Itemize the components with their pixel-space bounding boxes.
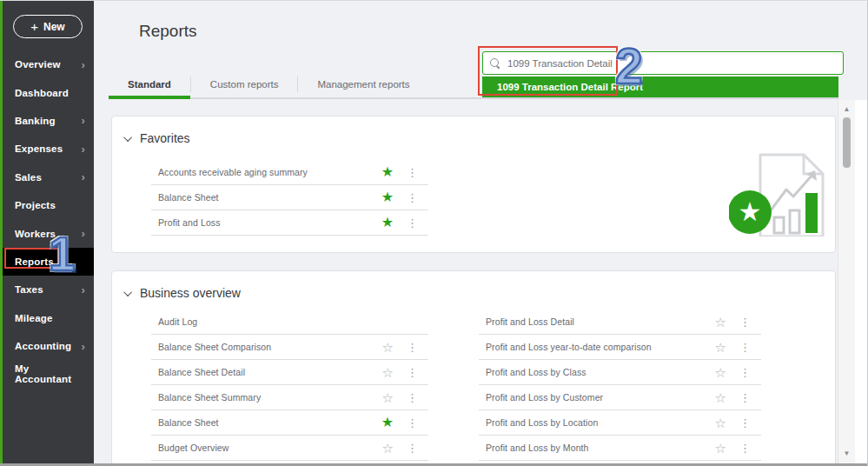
report-link[interactable]: Profit and Loss by Month xyxy=(486,443,589,453)
new-button-label: New xyxy=(43,21,65,33)
favorite-star-filled-icon[interactable]: ★ xyxy=(381,216,394,230)
sidebar-item-overview[interactable]: Overview› xyxy=(3,50,94,78)
report-link[interactable]: Profit and Loss by Location xyxy=(486,417,598,428)
row-actions: ☆⋮ xyxy=(715,442,752,455)
favorite-star-outline-icon[interactable]: ☆ xyxy=(715,391,726,404)
sidebar-item-accounting[interactable]: Accounting› xyxy=(3,332,94,360)
row-actions: ★⋮ xyxy=(381,216,420,230)
sidebar-item-taxes[interactable]: Taxes› xyxy=(3,276,94,303)
report-row: Accounts receivable aging summary★⋮ xyxy=(151,160,428,185)
scrollbar-thumb[interactable] xyxy=(843,117,851,168)
sidebar-item-banking[interactable]: Banking› xyxy=(3,107,94,135)
report-link[interactable]: Profit and Loss xyxy=(158,217,221,228)
row-menu-kebab-icon[interactable]: ⋮ xyxy=(738,443,752,454)
business-overview-section-header[interactable]: Business overview xyxy=(126,285,835,301)
favorites-section-header[interactable]: Favorites xyxy=(126,130,835,146)
report-link[interactable]: Profit and Loss by Customer xyxy=(486,392,603,403)
favorite-star-outline-icon[interactable]: ☆ xyxy=(715,416,726,429)
row-menu-kebab-icon[interactable]: ⋮ xyxy=(405,217,420,229)
reports-illustration: ★ xyxy=(729,148,835,236)
sidebar-item-workers[interactable]: Workers› xyxy=(3,219,94,247)
row-actions: ☆⋮ xyxy=(382,442,420,455)
row-actions: ★⋮ xyxy=(381,190,420,204)
new-button[interactable]: + New xyxy=(13,15,83,38)
favorites-section-title: Favorites xyxy=(140,131,190,145)
report-row: Balance Sheet★⋮ xyxy=(151,185,428,210)
sidebar-item-my-accountant[interactable]: My Accountant xyxy=(3,360,94,388)
business-overview-card: Business overview Audit LogBalance Sheet… xyxy=(111,270,836,466)
sidebar-item-sales[interactable]: Sales› xyxy=(3,163,94,191)
row-menu-kebab-icon[interactable]: ⋮ xyxy=(405,342,420,353)
chevron-down-icon xyxy=(123,288,132,296)
report-link[interactable]: Balance Sheet Comparison xyxy=(158,342,271,352)
chevron-right-icon: › xyxy=(81,59,85,70)
report-link[interactable]: Balance Sheet xyxy=(158,192,219,203)
report-link[interactable]: Balance Sheet xyxy=(158,417,219,428)
row-menu-kebab-icon[interactable]: ⋮ xyxy=(738,316,752,328)
favorite-star-filled-icon[interactable]: ★ xyxy=(381,416,394,429)
report-search-box[interactable] xyxy=(482,51,844,75)
sidebar-item-label: Taxes xyxy=(15,284,43,295)
row-menu-kebab-icon[interactable]: ⋮ xyxy=(738,392,752,403)
search-suggestion-item[interactable]: 1099 Transaction Detail Report xyxy=(482,77,838,97)
row-actions: ☆⋮ xyxy=(382,391,420,404)
favorite-star-outline-icon[interactable]: ☆ xyxy=(382,442,394,455)
favorite-star-outline-icon[interactable]: ☆ xyxy=(715,341,726,354)
scroll-down-arrow-icon[interactable]: ▼ xyxy=(838,448,855,460)
row-menu-kebab-icon[interactable]: ⋮ xyxy=(738,342,752,353)
row-menu-kebab-icon[interactable]: ⋮ xyxy=(738,367,752,378)
report-link[interactable]: Balance Sheet Detail xyxy=(158,367,245,377)
row-menu-kebab-icon[interactable]: ⋮ xyxy=(738,417,752,429)
chevron-right-icon: › xyxy=(81,284,85,296)
report-link[interactable]: Accounts receivable aging summary xyxy=(158,167,308,177)
report-link[interactable]: Profit and Loss year-to-date comparison xyxy=(486,342,652,352)
report-search-input[interactable] xyxy=(507,58,836,69)
row-actions: ★⋮ xyxy=(381,416,420,429)
chevron-right-icon: › xyxy=(81,228,85,239)
favorite-star-outline-icon[interactable]: ☆ xyxy=(715,316,726,329)
row-menu-kebab-icon[interactable]: ⋮ xyxy=(405,417,420,429)
chevron-down-icon xyxy=(123,133,132,142)
favorite-star-outline-icon[interactable]: ☆ xyxy=(715,442,726,455)
row-menu-kebab-icon[interactable]: ⋮ xyxy=(405,392,420,403)
row-menu-kebab-icon[interactable]: ⋮ xyxy=(405,192,420,203)
report-link[interactable]: Balance Sheet Summary xyxy=(158,392,261,403)
scroll-up-arrow-icon[interactable]: ▲ xyxy=(838,103,855,116)
favorite-star-outline-icon[interactable]: ☆ xyxy=(382,341,394,354)
sidebar-item-label: Mileage xyxy=(15,313,53,323)
favorite-star-outline-icon[interactable]: ☆ xyxy=(382,366,394,379)
report-link[interactable]: Audit Log xyxy=(158,316,197,327)
row-actions: ☆⋮ xyxy=(715,416,752,429)
report-link[interactable]: Profit and Loss Detail xyxy=(486,316,574,327)
favorite-star-outline-icon[interactable]: ☆ xyxy=(715,366,726,379)
row-menu-kebab-icon[interactable]: ⋮ xyxy=(405,167,420,178)
sidebar-item-label: Sales xyxy=(15,172,42,183)
favorite-star-filled-icon[interactable]: ★ xyxy=(381,165,394,179)
business-overview-right-column: Profit and Loss Detail☆⋮Profit and Loss … xyxy=(479,310,761,466)
quickbooks-app-window: + New Overview›DashboardBanking›Expenses… xyxy=(0,0,868,466)
favorite-star-filled-icon[interactable]: ★ xyxy=(381,190,394,204)
tab-management-reports[interactable]: Management reports xyxy=(298,79,428,97)
sidebar-item-expenses[interactable]: Expenses› xyxy=(3,135,94,163)
tab-standard[interactable]: Standard xyxy=(109,79,190,97)
sidebar-item-reports[interactable]: Reports xyxy=(3,248,94,276)
report-row: Profit and Loss by Class☆⋮ xyxy=(479,360,761,385)
sidebar-item-label: Projects xyxy=(15,200,56,210)
report-row: Balance Sheet Detail☆⋮ xyxy=(151,360,428,385)
tab-custom-reports[interactable]: Custom reports xyxy=(191,79,298,97)
favorite-star-outline-icon[interactable]: ☆ xyxy=(382,391,394,404)
report-row: Balance Sheet Comparison☆⋮ xyxy=(151,335,428,360)
sidebar-item-label: Workers xyxy=(15,229,56,239)
report-link[interactable]: Budget Overview xyxy=(158,443,229,453)
report-link[interactable]: Profit and Loss by Class xyxy=(486,367,586,377)
sidebar-item-dashboard[interactable]: Dashboard xyxy=(3,78,94,106)
sidebar-item-label: Dashboard xyxy=(15,88,69,98)
row-menu-kebab-icon[interactable]: ⋮ xyxy=(405,367,420,378)
row-menu-kebab-icon[interactable]: ⋮ xyxy=(405,443,420,454)
vertical-scrollbar[interactable]: ▲ ▼ xyxy=(838,100,855,463)
sidebar-item-mileage[interactable]: Mileage xyxy=(3,304,94,332)
sidebar: + New Overview›DashboardBanking›Expenses… xyxy=(0,1,94,466)
report-row: Budget Overview☆⋮ xyxy=(151,436,428,461)
row-actions: ★⋮ xyxy=(381,165,420,179)
sidebar-item-projects[interactable]: Projects xyxy=(3,191,94,219)
